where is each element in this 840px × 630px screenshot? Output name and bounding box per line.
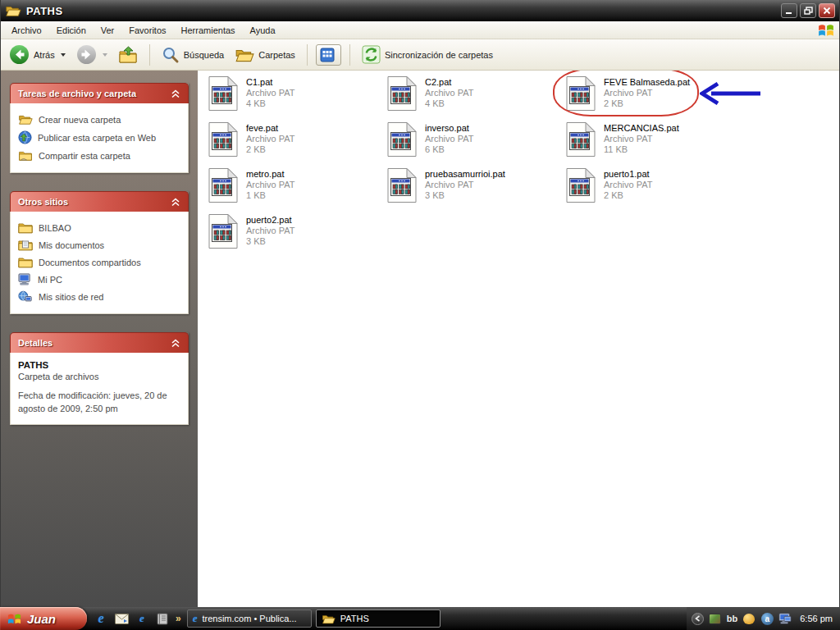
menu-herramientas[interactable]: Herramientas (174, 23, 243, 38)
chevron-up-icon (171, 339, 180, 348)
taskbar-button-paths[interactable]: PATHS (316, 609, 441, 628)
taskbar-button-label: trensim.com • Publica... (202, 614, 296, 623)
details-panel-header[interactable]: Detalles (10, 332, 189, 353)
new-folder-icon (18, 113, 33, 126)
file-tile[interactable]: puerto2.patArchivo PAT3 KB (208, 213, 378, 254)
sidebar: Tareas de archivo y carpeta Crear nueva … (1, 71, 198, 607)
menu-favoritos[interactable]: Favoritos (121, 23, 173, 38)
tray-collapse-chevron-icon[interactable] (692, 613, 704, 625)
task-new-folder[interactable]: Crear nueva carpeta (18, 111, 180, 128)
place-documentos-compartidos[interactable]: Documentos compartidos (18, 253, 180, 271)
file-list-area[interactable]: C1.patArchivo PAT4 KB C2.patArchivo PAT4… (198, 71, 839, 607)
start-label: Juan (27, 612, 56, 626)
place-mi-pc[interactable]: Mi PC (18, 271, 180, 288)
toolbar-separator (307, 44, 308, 66)
toolbar-separator (149, 44, 150, 66)
details-modified-date: Fecha de modificación: jueves, 20 de ago… (18, 390, 180, 416)
place-mis-documentos[interactable]: Mis documentos (18, 236, 180, 253)
back-label: Atrás (34, 50, 55, 60)
task-share-folder[interactable]: Compartir esta carpeta (18, 147, 180, 164)
internet-explorer-icon: e (193, 612, 198, 625)
notebook-icon[interactable] (155, 611, 170, 626)
details-folder-name: PATHS (18, 360, 48, 370)
back-icon (9, 44, 30, 65)
folders-label: Carpetas (258, 50, 295, 60)
details-folder-type: Carpeta de archivos (18, 372, 180, 381)
task-publish-web[interactable]: Publicar esta carpeta en Web (18, 128, 180, 147)
file-tile[interactable]: feve.patArchivo PAT2 KB (208, 121, 378, 162)
my-documents-icon (18, 239, 33, 251)
file-tile[interactable]: puerto1.patArchivo PAT2 KB (565, 167, 736, 208)
tasks-panel-title: Tareas de archivo y carpeta (18, 89, 136, 98)
pat-file-icon (208, 121, 239, 158)
quick-launch-more-chevron[interactable]: » (176, 613, 180, 624)
folder-up-icon (118, 46, 138, 64)
forward-caret-icon (103, 53, 107, 57)
file-tile-highlighted[interactable]: FEVE Balmaseda.patArchivo PAT2 KB (565, 75, 736, 116)
start-button[interactable]: Juan (0, 607, 87, 630)
tasks-panel: Tareas de archivo y carpeta Crear nueva … (10, 83, 189, 173)
window-title: PATHS (26, 5, 63, 17)
toolbar: Atrás (1, 39, 839, 71)
windows-logo-icon (818, 22, 834, 39)
file-tile[interactable]: metro.patArchivo PAT1 KB (208, 167, 378, 208)
tasks-panel-header[interactable]: Tareas de archivo y carpeta (10, 83, 189, 103)
menu-ver[interactable]: Ver (94, 23, 122, 38)
minimize-icon (785, 7, 793, 15)
internet-document-icon[interactable]: e (135, 611, 149, 626)
forward-button[interactable] (73, 43, 111, 66)
place-mis-sitios-red[interactable]: Mis sitios de red (18, 288, 180, 305)
search-icon (162, 46, 180, 64)
tray-network-icon[interactable] (778, 612, 792, 625)
pat-file-icon (386, 121, 418, 158)
close-button[interactable] (819, 3, 835, 18)
up-button[interactable] (115, 44, 141, 66)
desktop-screen: PATHS Archivo Edición Ver Favoritos Herr… (0, 0, 840, 630)
places-panel-header[interactable]: Otros sitios (10, 191, 189, 212)
quick-launch: e e » (87, 611, 187, 626)
toolbar-separator (349, 44, 350, 66)
file-tile[interactable]: pruebasamurrioi.patArchivo PAT3 KB (386, 167, 557, 208)
tray-messenger-icon[interactable] (742, 612, 756, 625)
menu-edicion[interactable]: Edición (49, 23, 94, 38)
outlook-express-icon[interactable] (114, 611, 129, 626)
window-folder-icon (5, 4, 21, 17)
pat-file-icon (565, 167, 596, 203)
search-button[interactable]: Búsqueda (158, 44, 228, 66)
taskbar-button-label: PATHS (340, 614, 369, 623)
views-icon (320, 48, 335, 62)
taskbar-button-trensim[interactable]: e trensim.com • Publica... (187, 609, 312, 628)
places-panel-title: Otros sitios (18, 197, 68, 207)
place-bilbao[interactable]: BILBAO (18, 219, 180, 236)
restore-icon (804, 7, 813, 15)
file-tile[interactable]: MERCANCIAS.patArchivo PAT11 KB (565, 121, 736, 162)
publish-web-icon (18, 130, 32, 144)
internet-explorer-icon[interactable]: e (94, 611, 108, 626)
search-label: Búsqueda (184, 50, 225, 60)
file-tile[interactable]: inverso.patArchivo PAT6 KB (386, 121, 557, 162)
restore-button[interactable] (800, 3, 816, 18)
title-bar[interactable]: PATHS (1, 0, 839, 21)
minimize-button[interactable] (781, 3, 797, 18)
system-tray: bb a 6:56 pm (687, 607, 840, 630)
details-panel-title: Detalles (18, 338, 52, 348)
folder-icon (322, 614, 336, 624)
back-button[interactable]: Atrás (6, 43, 69, 66)
file-tile[interactable]: C1.patArchivo PAT4 KB (208, 75, 378, 116)
explorer-window: PATHS Archivo Edición Ver Favoritos Herr… (0, 0, 840, 607)
folders-button[interactable]: Carpetas (231, 46, 299, 64)
share-folder-icon (18, 149, 33, 162)
menu-archivo[interactable]: Archivo (4, 23, 49, 38)
views-button[interactable] (316, 44, 341, 66)
file-tile[interactable]: C2.patArchivo PAT4 KB (386, 75, 557, 116)
details-panel: Detalles PATHS Carpeta de archivos Fecha… (10, 332, 189, 425)
taskbar-clock: 6:56 pm (800, 614, 833, 623)
tray-antivirus-icon[interactable]: a (760, 612, 774, 625)
close-icon (823, 7, 831, 15)
folder-sync-button[interactable]: Sincronización de carpetas (358, 43, 496, 66)
taskbar: Juan e e » e trensim.com • Publica... PA… (0, 607, 840, 630)
tray-picture-icon[interactable] (709, 612, 722, 625)
tray-bb-label[interactable]: bb (727, 614, 737, 623)
menu-ayuda[interactable]: Ayuda (243, 23, 283, 38)
chevron-up-icon (171, 198, 180, 207)
